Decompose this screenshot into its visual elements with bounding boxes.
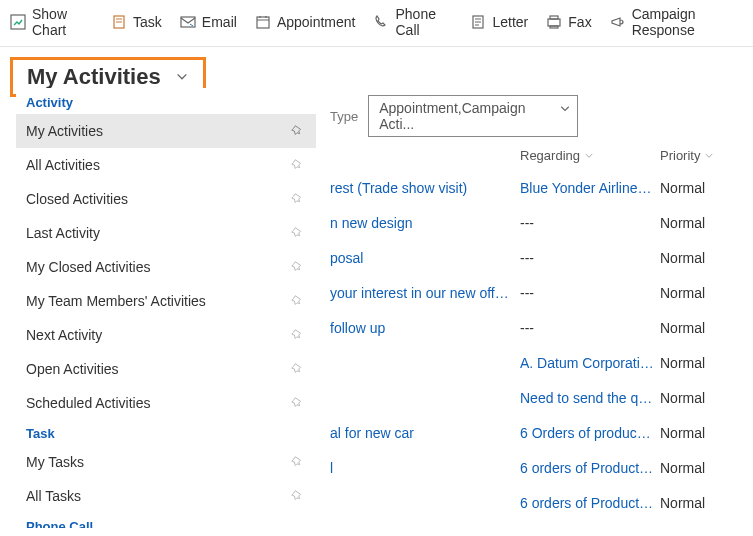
dropdown-item[interactable]: My Tasks bbox=[16, 445, 316, 479]
cell-priority: Normal bbox=[660, 215, 720, 231]
dropdown-item[interactable]: Scheduled Activities bbox=[16, 386, 316, 420]
cell-regarding: --- bbox=[520, 250, 660, 266]
cell-priority: Normal bbox=[660, 355, 720, 371]
svg-rect-7 bbox=[550, 26, 558, 28]
email-icon bbox=[180, 14, 196, 30]
cell-subject[interactable]: n new design bbox=[330, 215, 520, 231]
toolbar-appointment[interactable]: Appointment bbox=[255, 14, 356, 30]
svg-rect-3 bbox=[257, 17, 269, 28]
cell-subject[interactable]: follow up bbox=[330, 320, 520, 336]
cell-subject[interactable]: your interest in our new offerings bbox=[330, 285, 520, 301]
chevron-down-icon bbox=[584, 151, 594, 161]
toolbar-label: Fax bbox=[568, 14, 591, 30]
cell-regarding[interactable]: 6 orders of Product SKU . bbox=[520, 495, 660, 511]
dropdown-item-label: My Tasks bbox=[26, 454, 84, 470]
cell-subject bbox=[330, 355, 520, 371]
toolbar-label: Email bbox=[202, 14, 237, 30]
pin-icon bbox=[290, 362, 304, 376]
appointment-icon bbox=[255, 14, 271, 30]
dropdown-item-label: Next Activity bbox=[26, 327, 102, 343]
table-row[interactable]: al for new car6 Orders of product sku JN… bbox=[330, 416, 743, 451]
dropdown-item[interactable]: Closed Activities bbox=[16, 182, 316, 216]
chart-icon bbox=[10, 14, 26, 30]
dropdown-item-label: Open Activities bbox=[26, 361, 119, 377]
cell-priority: Normal bbox=[660, 320, 720, 336]
table-row[interactable]: l6 orders of Product SKU .Normal bbox=[330, 451, 743, 486]
filter-label: Type bbox=[330, 109, 358, 124]
table-row[interactable]: your interest in our new offerings---Nor… bbox=[330, 276, 743, 311]
toolbar-chart[interactable]: Show Chart bbox=[10, 6, 93, 38]
toolbar-task[interactable]: Task bbox=[111, 14, 162, 30]
cell-subject[interactable]: rest (Trade show visit) bbox=[330, 180, 520, 196]
dropdown-item-label: My Closed Activities bbox=[26, 259, 150, 275]
activity-type-filter[interactable]: Appointment,Campaign Acti... bbox=[368, 95, 578, 137]
dropdown-item[interactable]: All Tasks bbox=[16, 479, 316, 513]
table-row[interactable]: 6 orders of Product SKU .Normal bbox=[330, 486, 743, 521]
toolbar-fax[interactable]: Fax bbox=[546, 14, 591, 30]
dropdown-item-label: Scheduled Activities bbox=[26, 395, 151, 411]
dropdown-item[interactable]: All Activities bbox=[16, 148, 316, 182]
cell-regarding[interactable]: 6 orders of Product SKU . bbox=[520, 460, 660, 476]
table-row[interactable]: follow up---Normal bbox=[330, 311, 743, 346]
cell-priority: Normal bbox=[660, 390, 720, 406]
table-row[interactable]: A. Datum Corporation (saNormal bbox=[330, 346, 743, 381]
cell-subject[interactable]: l bbox=[330, 460, 520, 476]
dropdown-item[interactable]: Open Activities bbox=[16, 352, 316, 386]
toolbar-letter[interactable]: Letter bbox=[470, 14, 528, 30]
pin-icon bbox=[290, 260, 304, 274]
dropdown-item[interactable]: My Activities bbox=[16, 114, 316, 148]
cell-regarding[interactable]: A. Datum Corporation (sa bbox=[520, 355, 660, 371]
pin-icon bbox=[290, 124, 304, 138]
toolbar-label: Appointment bbox=[277, 14, 356, 30]
toolbar-email[interactable]: Email bbox=[180, 14, 237, 30]
cell-priority: Normal bbox=[660, 285, 720, 301]
col-subject bbox=[330, 148, 520, 163]
toolbar-label: Campaign Response bbox=[632, 6, 743, 38]
phone-icon bbox=[373, 14, 389, 30]
table-row[interactable]: n new design---Normal bbox=[330, 206, 743, 241]
table-row[interactable]: posal---Normal bbox=[330, 241, 743, 276]
dropdown-item-label: All Activities bbox=[26, 157, 100, 173]
cell-priority: Normal bbox=[660, 180, 720, 196]
cell-regarding[interactable]: Blue Yonder Airlines (sam bbox=[520, 180, 660, 196]
svg-rect-6 bbox=[550, 16, 558, 19]
cell-regarding: --- bbox=[520, 320, 660, 336]
svg-rect-5 bbox=[548, 19, 560, 26]
table-row[interactable]: rest (Trade show visit)Blue Yonder Airli… bbox=[330, 171, 743, 206]
cell-priority: Normal bbox=[660, 250, 720, 266]
chevron-down-icon bbox=[175, 70, 189, 84]
dropdown-item-label: All Tasks bbox=[26, 488, 81, 504]
cell-regarding[interactable]: Need to send the quotati bbox=[520, 390, 660, 406]
cell-regarding[interactable]: 6 Orders of product sku J bbox=[520, 425, 660, 441]
letter-icon bbox=[470, 14, 486, 30]
cell-subject bbox=[330, 495, 520, 511]
pin-icon bbox=[290, 396, 304, 410]
cell-subject[interactable]: posal bbox=[330, 250, 520, 266]
campaign-icon bbox=[610, 14, 626, 30]
toolbar-phone[interactable]: Phone Call bbox=[373, 6, 452, 38]
cell-priority: Normal bbox=[660, 460, 720, 476]
dropdown-item-label: Last Activity bbox=[26, 225, 100, 241]
dropdown-item-label: My Team Members' Activities bbox=[26, 293, 206, 309]
chevron-down-icon bbox=[559, 103, 571, 115]
task-icon bbox=[111, 14, 127, 30]
dropdown-category: Phone Call bbox=[16, 513, 316, 528]
dropdown-category: Task bbox=[16, 420, 316, 445]
dropdown-item[interactable]: My Closed Activities bbox=[16, 250, 316, 284]
dropdown-item-label: Closed Activities bbox=[26, 191, 128, 207]
pin-icon bbox=[290, 328, 304, 342]
toolbar-label: Letter bbox=[492, 14, 528, 30]
toolbar-label: Task bbox=[133, 14, 162, 30]
command-bar: Show ChartTaskEmailAppointmentPhone Call… bbox=[0, 0, 753, 47]
table-row[interactable]: Need to send the quotatiNormal bbox=[330, 381, 743, 416]
toolbar-campaign[interactable]: Campaign Response bbox=[610, 6, 743, 38]
col-priority-header[interactable]: Priority bbox=[660, 148, 730, 163]
cell-regarding: --- bbox=[520, 285, 660, 301]
svg-rect-0 bbox=[11, 15, 25, 29]
dropdown-item[interactable]: Next Activity bbox=[16, 318, 316, 352]
col-regarding-header[interactable]: Regarding bbox=[520, 148, 660, 163]
dropdown-item[interactable]: My Team Members' Activities bbox=[16, 284, 316, 318]
view-dropdown[interactable]: ActivityMy ActivitiesAll ActivitiesClose… bbox=[16, 88, 316, 528]
cell-subject[interactable]: al for new car bbox=[330, 425, 520, 441]
dropdown-item[interactable]: Last Activity bbox=[16, 216, 316, 250]
